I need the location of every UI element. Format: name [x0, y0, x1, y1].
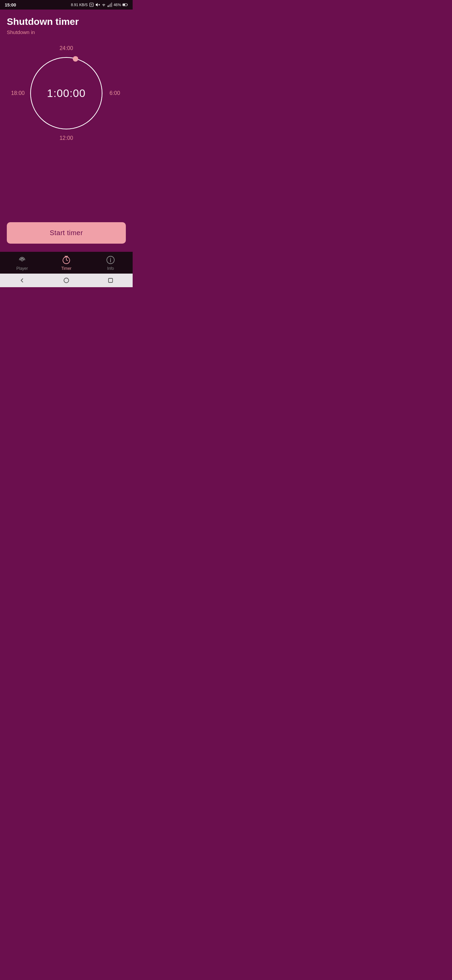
nav-label-player: Player	[16, 266, 28, 271]
start-timer-button[interactable]: Start timer	[7, 222, 126, 243]
bottom-nav: Player Timer Info	[0, 252, 133, 274]
nav-item-info[interactable]: Info	[98, 255, 122, 271]
signal-icon	[108, 2, 112, 7]
clock-label-left: 18:00	[8, 90, 27, 96]
svg-point-19	[110, 258, 111, 259]
svg-rect-8	[111, 3, 112, 7]
svg-point-15	[21, 259, 23, 261]
nfc-icon: N	[89, 2, 94, 7]
system-nav	[0, 274, 133, 287]
timer-icon	[62, 255, 71, 265]
svg-point-4	[103, 6, 104, 6]
mute-icon	[95, 2, 100, 7]
subtitle: Shutdown in	[7, 29, 126, 35]
clock-dial[interactable]: 1:00:00	[27, 54, 105, 132]
nav-label-info: Info	[107, 266, 114, 271]
svg-rect-11	[123, 4, 125, 6]
home-button[interactable]	[62, 276, 70, 285]
clock-area: 24:00 18:00 1:00:00 6:00 12:00	[7, 45, 126, 222]
clock-label-top: 24:00	[60, 45, 73, 51]
svg-point-14	[73, 56, 78, 62]
wifi-icon	[102, 2, 106, 7]
nav-item-timer[interactable]: Timer	[54, 255, 78, 271]
svg-rect-5	[108, 5, 108, 7]
player-icon	[17, 255, 27, 265]
svg-rect-7	[110, 4, 111, 7]
nav-item-player[interactable]: Player	[10, 255, 34, 271]
clock-middle-row: 18:00 1:00:00 6:00	[7, 54, 126, 132]
status-right: 8.91 KB/S N 46%	[71, 2, 128, 7]
svg-rect-21	[108, 278, 113, 282]
clock-label-right: 6:00	[105, 90, 124, 96]
svg-point-20	[64, 278, 69, 283]
nav-label-timer: Timer	[61, 266, 71, 271]
battery-percent: 46%	[114, 3, 121, 7]
clock-label-bottom: 12:00	[60, 135, 73, 141]
info-icon	[106, 255, 115, 265]
status-bar: 15:00 8.91 KB/S N 46%	[0, 0, 133, 10]
battery-icon	[122, 2, 128, 7]
clock-center-time: 1:00:00	[47, 87, 86, 100]
status-time: 15:00	[5, 2, 16, 8]
svg-text:N: N	[91, 4, 92, 6]
back-button[interactable]	[18, 276, 26, 285]
recents-button[interactable]	[106, 276, 114, 285]
svg-rect-6	[109, 5, 109, 7]
network-speed: 8.91 KB/S	[71, 3, 88, 7]
main-content: Shutdown timer Shutdown in 24:00 18:00 1…	[0, 10, 133, 252]
app-title: Shutdown timer	[7, 16, 126, 27]
